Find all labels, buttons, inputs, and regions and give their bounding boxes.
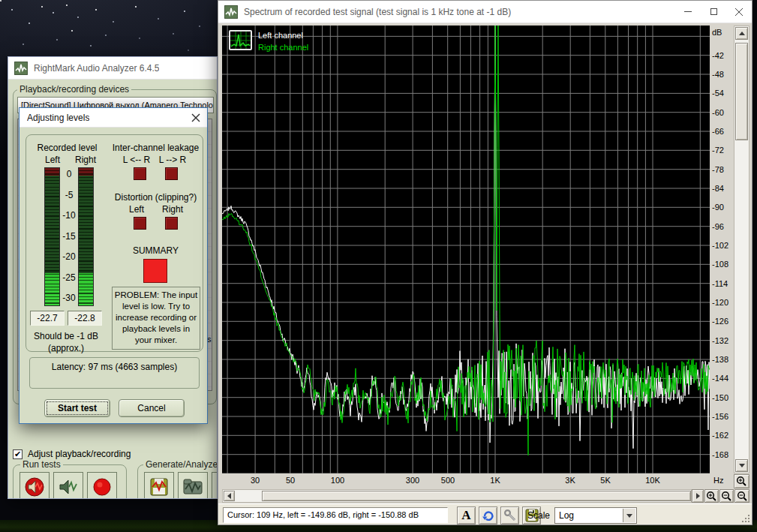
db-tick-label: -78	[712, 165, 724, 174]
load-results-button[interactable]	[212, 472, 218, 499]
devices-group-label: Playback/recording devices	[17, 84, 131, 95]
close-button[interactable]	[726, 1, 752, 23]
spectrum-chart	[222, 26, 710, 473]
problem-message: PROBLEM: The input level is low. Try to …	[112, 287, 200, 350]
refresh-button[interactable]	[479, 506, 497, 524]
dialog-title: Adjusting levels	[27, 113, 89, 123]
db-tick-label: -84	[712, 184, 724, 193]
freq-tick-label: 500	[437, 476, 458, 485]
latency-text: Latency: 97 ms (4663 samples)	[30, 362, 199, 372]
rmaa-window-title: RightMark Audio Analyzer 6.4.5	[34, 63, 159, 74]
record-button[interactable]	[87, 472, 117, 499]
settings-button[interactable]	[500, 506, 519, 524]
dialog-titlebar[interactable]: Adjusting levels	[20, 108, 207, 128]
record-icon	[91, 476, 113, 498]
db-tick-label: -108	[712, 260, 728, 269]
zoom-in-vertical-button[interactable]	[734, 474, 749, 488]
level-meter-right	[78, 167, 94, 306]
level-meter-left	[44, 167, 60, 306]
chevron-down-icon	[626, 514, 632, 518]
dialog-close-button[interactable]	[189, 111, 203, 125]
rmaa-titlebar[interactable]: RightMark Audio Analyzer 6.4.5	[8, 57, 217, 80]
vertical-scroll-thumb[interactable]	[735, 43, 748, 140]
frequency-axis: 30501003005001K3K5K10K	[222, 473, 710, 488]
play-test-button[interactable]	[20, 472, 50, 499]
freq-tick-label: 100	[327, 476, 348, 485]
adjust-playback-checkbox[interactable]: ✔	[13, 449, 23, 459]
db-tick-label: -144	[712, 374, 728, 383]
meter-scale-label: -20	[60, 251, 78, 262]
db-tick-label: -102	[712, 241, 728, 250]
leakage-rl-label: L --> R	[153, 155, 192, 165]
left-level-value: -22.7	[30, 311, 65, 326]
db-tick-label: -90	[712, 203, 724, 212]
generate-wav-button[interactable]	[144, 472, 174, 499]
db-tick-label: -48	[712, 70, 724, 79]
spectrum-app-icon	[224, 5, 238, 19]
db-tick-label: -162	[712, 431, 728, 440]
scale-combo[interactable]: Log	[554, 507, 637, 524]
minimize-icon	[684, 11, 692, 12]
db-tick-label: -60	[712, 108, 724, 117]
meter-scale-label: -10	[60, 210, 78, 221]
combo-drop-button[interactable]	[623, 509, 635, 522]
maximize-button[interactable]	[701, 1, 726, 23]
spectrum-plot[interactable]: Left channelRight channel	[222, 26, 710, 473]
db-tick-label: -168	[712, 450, 728, 459]
freq-tick-label: 50	[280, 476, 301, 485]
horizontal-scroll-thumb[interactable]	[262, 491, 691, 501]
db-tick-label: -42	[712, 51, 724, 60]
zoom-in-horizontal-button[interactable]	[704, 489, 719, 503]
right-level-value: -22.8	[68, 311, 102, 326]
meter-scale-label: 0	[60, 169, 78, 179]
scroll-up-button[interactable]	[735, 27, 748, 40]
meter-scale-label: -5	[60, 190, 78, 200]
adjust-playback-label: Adjust playback/recording	[28, 449, 131, 459]
leakage-lr-indicator	[134, 167, 146, 180]
font-button[interactable]: A	[457, 506, 476, 524]
desktop-background: RightMark Audio Analyzer 6.4.5 Playback/…	[0, 0, 757, 532]
leakage-rl-indicator	[165, 167, 178, 180]
scroll-down-button[interactable]	[735, 459, 748, 472]
maximize-icon	[710, 8, 717, 15]
refresh-icon	[482, 509, 495, 522]
leakage-label: Inter-channel leakage	[108, 143, 203, 153]
should-be-label: Should be -1 dB	[21, 331, 111, 341]
zoom-out-horizontal-button[interactable]	[719, 489, 734, 503]
resize-grip[interactable]	[742, 516, 749, 524]
scale-value: Log	[559, 510, 574, 521]
scroll-left-button[interactable]	[224, 491, 235, 501]
play-monitor-button[interactable]	[53, 472, 83, 499]
db-tick-label: -96	[712, 222, 724, 231]
speaker-green-icon	[57, 476, 80, 498]
minimize-button[interactable]	[675, 1, 701, 23]
horizontal-scrollbar[interactable]	[222, 489, 692, 503]
spectrum-mini-icon[interactable]	[229, 30, 252, 50]
should-be-label2: (approx.)	[21, 343, 111, 353]
spectrum-toolbar: Cursor: 109 Hz, left = -149.86 dB, right…	[218, 503, 752, 525]
db-tick-label: -66	[712, 127, 724, 136]
cancel-button[interactable]: Cancel	[119, 399, 185, 417]
freq-tick-label: 1K	[485, 476, 506, 485]
cursor-readout: Cursor: 109 Hz, left = -149.86 dB, right…	[223, 507, 448, 523]
scroll-right-button[interactable]	[692, 489, 704, 503]
close-icon	[734, 8, 743, 17]
distortion-label: Distortion (clipping?)	[108, 192, 203, 203]
latency-groupbox: Latency: 97 ms (4663 samples)	[29, 357, 200, 389]
distortion-left-indicator	[134, 217, 146, 230]
freq-tick-label: 5K	[595, 476, 616, 485]
adjusting-levels-dialog: Adjusting levels Recorded level Left Rig…	[19, 107, 208, 424]
summary-indicator	[143, 259, 167, 283]
db-tick-label: -126	[712, 317, 728, 326]
magnifier-plus-icon	[736, 476, 747, 487]
spectrum-titlebar[interactable]: Spectrum of recorded test signal (test s…	[218, 1, 752, 23]
analyze-wav-button[interactable]	[178, 472, 208, 499]
spectrum-window: Spectrum of recorded test signal (test s…	[218, 0, 752, 525]
vertical-scrollbar[interactable]	[734, 26, 749, 473]
zoom-out-vertical-button[interactable]	[734, 489, 749, 503]
rmaa-app-icon	[14, 62, 28, 75]
close-icon	[189, 111, 203, 125]
spectrum-window-title: Spectrum of recorded test signal (test s…	[244, 7, 511, 17]
db-tick-label: -72	[712, 146, 724, 155]
start-test-button[interactable]: Start test	[44, 399, 110, 417]
